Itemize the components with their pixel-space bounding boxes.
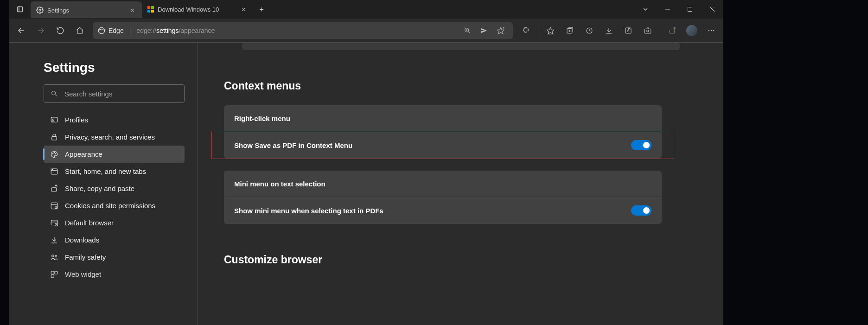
row-label: Mini menu on text selection <box>234 180 326 188</box>
favorites-icon[interactable] <box>541 22 560 39</box>
share-icon <box>50 185 58 193</box>
address-bar[interactable]: Edge | edge://settings/appearance <box>93 22 513 39</box>
sidebar-item-default-browser[interactable]: Default browser <box>44 214 185 231</box>
forward-button[interactable] <box>32 22 50 39</box>
sidebar-item-cookies[interactable]: Cookies and site permissions <box>44 197 185 214</box>
svg-point-58 <box>52 255 54 257</box>
window-icon <box>50 167 58 176</box>
new-tab-button[interactable]: ＋ <box>253 5 270 14</box>
window-close[interactable] <box>701 0 723 19</box>
history-icon[interactable] <box>580 22 599 39</box>
tab-label: Settings <box>47 7 69 14</box>
nav-label: Cookies and site permissions <box>65 202 155 210</box>
nav-label: Profiles <box>65 116 88 124</box>
browser-icon <box>50 219 58 227</box>
row-mini-menu-header: Mini menu on text selection <box>224 171 662 197</box>
address-separator: | <box>129 27 131 34</box>
toolbar-right <box>517 22 721 39</box>
nav-label: Family safety <box>65 253 106 261</box>
nav-label: Default browser <box>65 219 114 227</box>
svg-rect-60 <box>51 271 54 274</box>
nav-label: Share, copy and paste <box>65 185 134 192</box>
windows-icon <box>147 6 154 13</box>
sidebar-item-privacy[interactable]: Privacy, search, and services <box>44 128 185 146</box>
tab-download-windows[interactable]: Download Windows 10 ✕ <box>142 1 253 18</box>
palette-icon <box>50 150 58 159</box>
sidebar-item-appearance[interactable]: Appearance <box>44 146 185 163</box>
lock-icon <box>50 133 58 141</box>
row-mini-menu-pdf[interactable]: Show mini menu when selecting text in PD… <box>224 197 662 224</box>
section-customize-browser: Customize browser <box>224 254 697 266</box>
row-save-as-pdf[interactable]: Show Save as PDF in Context Menu <box>212 131 674 159</box>
svg-rect-62 <box>51 274 54 277</box>
tab-close-button[interactable]: ✕ <box>239 5 248 13</box>
svg-marker-18 <box>498 27 504 34</box>
toggle-save-as-pdf[interactable] <box>631 140 651 150</box>
nav-label: Web widget <box>65 270 101 278</box>
section-context-menus: Context menus <box>224 80 697 92</box>
svg-point-42 <box>52 153 53 154</box>
svg-point-13 <box>98 27 105 34</box>
svg-marker-21 <box>547 27 554 34</box>
sidebar-item-family[interactable]: Family safety <box>44 249 185 266</box>
svg-rect-41 <box>52 136 57 140</box>
toolbar-separator <box>660 25 660 36</box>
sidebar-item-profiles[interactable]: Profiles <box>44 111 185 128</box>
svg-line-38 <box>55 95 57 96</box>
settings-search[interactable]: Search settings <box>44 84 185 103</box>
svg-rect-48 <box>51 187 57 191</box>
more-menu-icon[interactable] <box>702 22 721 39</box>
row-label: Show mini menu when selecting text in PD… <box>234 207 383 215</box>
sidebar-item-downloads[interactable]: Downloads <box>44 231 185 249</box>
previous-card-tail <box>242 43 680 50</box>
tab-strip: Settings ✕ Download Windows 10 ✕ ＋ <box>9 0 723 19</box>
refresh-button[interactable] <box>51 22 70 39</box>
downloads-icon[interactable] <box>600 22 618 39</box>
gear-icon <box>36 6 44 14</box>
profile-avatar[interactable] <box>683 22 701 39</box>
search-placeholder: Search settings <box>64 90 112 98</box>
sidebar-item-share[interactable]: Share, copy and paste <box>44 180 185 197</box>
svg-point-2 <box>39 9 41 11</box>
svg-point-37 <box>52 91 56 95</box>
share-icon[interactable] <box>663 22 682 39</box>
toggle-mini-menu-pdf[interactable] <box>631 205 651 216</box>
tab-close-button[interactable]: ✕ <box>128 6 136 14</box>
tab-label: Download Windows 10 <box>158 6 219 13</box>
svg-point-47 <box>52 169 53 170</box>
math-solver-icon[interactable] <box>619 22 638 39</box>
browser-window: Settings ✕ Download Windows 10 ✕ ＋ E <box>9 0 723 325</box>
svg-rect-5 <box>147 10 150 13</box>
nav-label: Privacy, search, and services <box>65 133 155 141</box>
edge-icon <box>97 26 106 35</box>
svg-point-40 <box>52 119 54 121</box>
favorite-icon[interactable] <box>493 23 508 38</box>
sidebar-item-start[interactable]: Start, home, and new tabs <box>44 163 185 180</box>
toolbar-separator <box>538 25 538 36</box>
window-maximize[interactable] <box>679 0 701 19</box>
send-icon[interactable] <box>477 23 491 38</box>
svg-rect-0 <box>18 7 23 12</box>
screenshot-icon[interactable] <box>638 22 657 39</box>
settings-main: Context menus Right-click menu Show Save… <box>198 43 723 325</box>
home-button[interactable] <box>70 22 89 39</box>
window-minimize[interactable] <box>657 0 679 19</box>
svg-point-59 <box>55 255 57 257</box>
zoom-icon[interactable] <box>460 23 475 38</box>
tab-settings[interactable]: Settings ✕ <box>31 1 142 18</box>
svg-point-34 <box>708 30 709 31</box>
extensions-icon[interactable] <box>517 22 535 39</box>
tab-dropdown-icon[interactable] <box>634 0 657 19</box>
desktop-background-left <box>0 0 9 325</box>
tab-actions-menu[interactable] <box>9 0 31 19</box>
svg-point-36 <box>713 30 714 31</box>
back-button[interactable] <box>12 22 31 39</box>
nav-label: Downloads <box>65 236 99 244</box>
svg-rect-8 <box>688 7 692 12</box>
url-text: edge://settings/appearance <box>136 27 215 34</box>
sidebar-item-web-widget[interactable]: Web widget <box>44 266 185 283</box>
row-label: Right-click menu <box>234 115 290 122</box>
collections-icon[interactable] <box>561 22 579 39</box>
row-label: Show Save as PDF in Context Menu <box>234 141 352 149</box>
page-content: Settings Search settings Profiles Privac… <box>9 43 723 325</box>
